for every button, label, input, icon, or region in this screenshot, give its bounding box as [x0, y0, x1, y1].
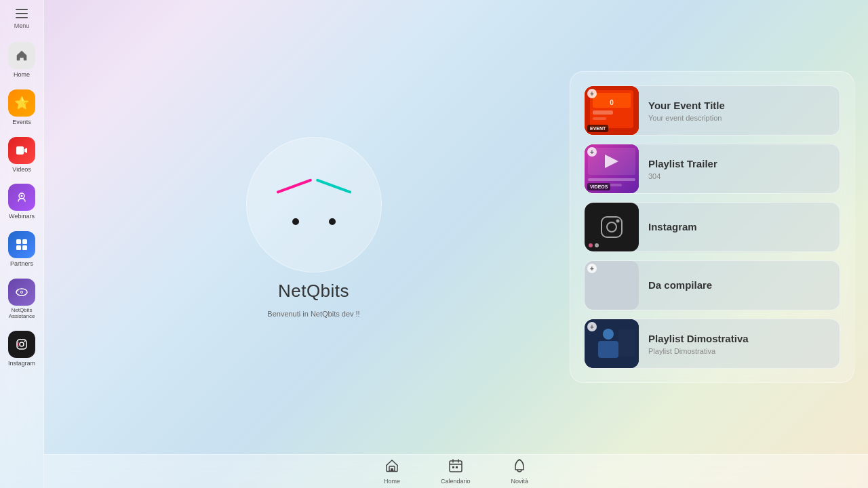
instagram-card-body: Instagram — [648, 215, 840, 239]
nav-novita-icon — [512, 458, 527, 476]
nav-novita[interactable]: Novità — [511, 458, 529, 485]
instagram-card[interactable]: Instagram — [584, 202, 840, 252]
menu-button[interactable]: Menu — [5, 5, 39, 33]
nav-calendario-label: Calendario — [441, 478, 471, 485]
sidebar-item-partners[interactable]: Partners — [4, 227, 39, 272]
brow-right — [315, 178, 351, 194]
event-card[interactable]: 0 + EVENT Your Event Title Your event de… — [584, 85, 840, 136]
svg-rect-35 — [452, 466, 454, 468]
instagram-card-thumb — [585, 203, 639, 251]
playlist-trailer-body: Playlist Trailer 304 — [648, 152, 840, 186]
svg-rect-36 — [456, 466, 458, 468]
cards-panel: 0 + EVENT Your Event Title Your event de… — [570, 71, 854, 383]
app-logo-name: NetQbits — [278, 281, 349, 302]
da-compilare-thumb: + — [585, 261, 639, 310]
svg-point-12 — [24, 340, 26, 342]
logo-circle — [246, 137, 382, 272]
bottom-nav: Home Calendario Novità — [44, 454, 868, 488]
assistance-icon — [8, 279, 35, 306]
videos-icon — [8, 137, 35, 164]
menu-label: Menu — [14, 22, 30, 29]
svg-rect-3 — [16, 239, 21, 244]
sidebar: Menu Home ⭐ Events Videos — [0, 0, 44, 488]
sidebar-instagram-label: Instagram — [8, 360, 35, 367]
playlist-demo-card[interactable]: + Playlist Dimostrativa Playlist Dimostr… — [584, 319, 840, 369]
instagram-card-title: Instagram — [648, 220, 831, 234]
da-compilare-card[interactable]: + Da compilare — [584, 260, 840, 310]
nav-calendario[interactable]: Calendario — [441, 458, 471, 485]
svg-text:0: 0 — [610, 99, 614, 106]
eye-left — [292, 218, 299, 225]
playlist-demo-thumb: + — [585, 319, 639, 368]
svg-point-27 — [616, 220, 620, 223]
sidebar-item-webinars[interactable]: Webinars — [4, 180, 39, 224]
sidebar-item-assistance[interactable]: NetQbitsAssistance — [4, 274, 39, 324]
nav-calendario-icon — [448, 458, 463, 476]
sidebar-events-label: Events — [12, 119, 31, 126]
svg-rect-4 — [22, 239, 27, 244]
nav-home-label: Home — [384, 478, 400, 485]
sidebar-item-videos[interactable]: Videos — [4, 133, 39, 178]
da-compilare-title: Da compilare — [648, 279, 831, 292]
playlist-trailer-card[interactable]: + VIDEOS Playlist Trailer 304 — [584, 144, 840, 194]
event-card-thumb: 0 + EVENT — [585, 86, 639, 135]
svg-rect-34 — [450, 461, 462, 472]
brow-left — [276, 178, 312, 194]
sidebar-item-instagram[interactable]: Instagram — [4, 327, 39, 371]
nav-home-icon — [384, 458, 399, 476]
main-area: NetQbits Benvenuti in NetQbits dev !! 0 … — [44, 0, 868, 454]
svg-rect-33 — [391, 468, 393, 471]
svg-point-26 — [607, 222, 616, 232]
svg-rect-5 — [16, 245, 21, 250]
event-card-title: Your Event Title — [648, 99, 831, 113]
svg-rect-6 — [22, 245, 27, 250]
svg-rect-30 — [598, 341, 618, 358]
playlist-demo-body: Playlist Dimostrativa Playlist Dimostrat… — [648, 327, 840, 361]
playlist-demo-subtitle: Playlist Dimostrativa — [648, 347, 831, 355]
instagram-icon — [8, 331, 35, 358]
nav-novita-label: Novità — [511, 478, 529, 485]
event-card-subtitle: Your event description — [648, 114, 831, 122]
sidebar-home-label: Home — [14, 71, 30, 79]
logo-face — [273, 171, 355, 239]
da-compilare-plus-badge: + — [587, 264, 597, 273]
svg-point-29 — [603, 329, 614, 340]
sidebar-item-home[interactable]: Home — [4, 38, 39, 83]
sidebar-item-events[interactable]: ⭐ Events — [4, 85, 39, 130]
logo-panel: NetQbits Benvenuti in NetQbits dev !! — [58, 137, 570, 318]
playlist-demo-title: Playlist Dimostrativa — [648, 332, 831, 346]
videos-badge: VIDEOS — [587, 183, 610, 190]
svg-rect-0 — [16, 146, 24, 155]
svg-point-37 — [519, 460, 520, 461]
eye-right — [329, 218, 336, 225]
events-icon: ⭐ — [8, 89, 35, 117]
svg-rect-16 — [593, 110, 613, 115]
sidebar-videos-label: Videos — [12, 166, 31, 174]
plus-badge: + — [587, 89, 597, 98]
home-icon — [8, 42, 35, 69]
demo-plus-badge: + — [587, 322, 597, 331]
nav-home[interactable]: Home — [384, 458, 400, 485]
playlist-trailer-title: Playlist Trailer — [648, 157, 831, 171]
playlist-trailer-thumb: + VIDEOS — [585, 144, 639, 193]
sidebar-webinars-label: Webinars — [9, 213, 35, 220]
svg-rect-17 — [593, 117, 606, 120]
svg-point-2 — [21, 195, 23, 197]
svg-point-11 — [20, 342, 24, 346]
webinars-icon — [8, 184, 35, 211]
playlist-plus-badge: + — [587, 147, 597, 157]
app-logo-tagline: Benvenuti in NetQbits dev !! — [267, 310, 359, 318]
event-card-body: Your Event Title Your event description — [648, 94, 840, 127]
sidebar-assistance-label: NetQbitsAssistance — [9, 308, 35, 320]
svg-point-9 — [21, 291, 22, 293]
event-badge: EVENT — [587, 125, 608, 132]
svg-rect-23 — [588, 178, 635, 181]
svg-rect-31 — [618, 329, 635, 357]
da-compilare-body: Da compilare — [648, 273, 840, 298]
sidebar-partners-label: Partners — [10, 260, 33, 268]
playlist-trailer-subtitle: 304 — [648, 172, 831, 180]
partners-icon — [8, 231, 35, 258]
